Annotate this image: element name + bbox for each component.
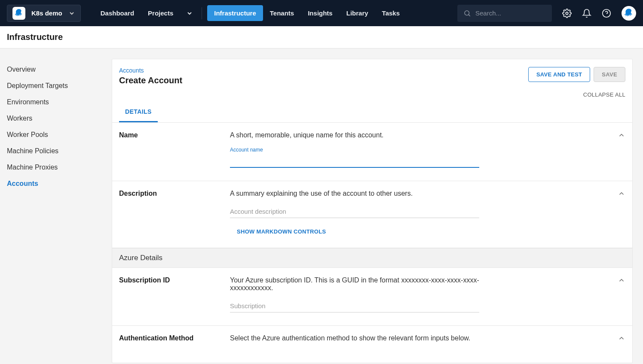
sidebar-item-deployment-targets[interactable]: Deployment Targets <box>7 78 112 94</box>
nav-tenants[interactable]: Tenants <box>263 5 301 21</box>
show-markdown-controls-link[interactable]: SHOW MARKDOWN CONTROLS <box>230 228 326 235</box>
chevron-up-icon[interactable] <box>618 190 625 197</box>
sidebar-item-machine-policies[interactable]: Machine Policies <box>7 143 112 159</box>
page-title: Infrastructure <box>7 32 636 42</box>
svg-line-1 <box>468 15 470 16</box>
row-name-desc: A short, memorable, unique name for this… <box>230 131 505 139</box>
form-card: Accounts Create Account SAVE AND TEST SA… <box>112 59 633 363</box>
section-title: Create Account <box>119 76 182 85</box>
primary-nav: Dashboard Projects Infrastructure Tenant… <box>94 5 407 21</box>
azure-details-header: Azure Details <box>112 248 632 268</box>
account-description-input[interactable] <box>230 205 479 218</box>
help-icon[interactable] <box>602 9 611 18</box>
nav-infrastructure[interactable]: Infrastructure <box>207 5 263 21</box>
row-subscription-label: Subscription ID <box>119 276 230 312</box>
sidebar-item-accounts[interactable]: Accounts <box>7 176 112 192</box>
global-search[interactable] <box>457 5 552 22</box>
svg-point-2 <box>566 12 568 15</box>
bell-icon[interactable] <box>582 9 591 18</box>
row-name: Name A short, memorable, unique name for… <box>112 123 632 181</box>
sidebar: Overview Deployment Targets Environments… <box>0 49 112 364</box>
nav-tasks[interactable]: Tasks <box>375 5 407 21</box>
space-selector[interactable]: K8s demo <box>7 5 81 22</box>
tab-details[interactable]: DETAILS <box>119 102 158 122</box>
row-name-label: Name <box>119 131 230 168</box>
chevron-up-icon[interactable] <box>618 131 625 139</box>
chevron-down-icon <box>68 10 75 17</box>
row-subscription: Subscription ID Your Azure subscription … <box>112 268 632 326</box>
row-auth-method: Authentication Method Select the Azure a… <box>112 326 632 363</box>
chevron-up-icon[interactable] <box>618 334 625 342</box>
sidebar-item-overview[interactable]: Overview <box>7 61 112 78</box>
nav-divider <box>202 7 202 19</box>
chevron-down-icon[interactable] <box>183 6 196 20</box>
octopus-logo <box>12 7 25 20</box>
sidebar-item-worker-pools[interactable]: Worker Pools <box>7 127 112 143</box>
row-auth-desc: Select the Azure authentication method t… <box>230 334 505 342</box>
space-name: K8s demo <box>31 9 62 17</box>
account-name-field-label: Account name <box>230 147 505 153</box>
nav-library[interactable]: Library <box>340 5 375 21</box>
collapse-all-link[interactable]: COLLAPSE ALL <box>112 89 632 102</box>
row-description: Description A summary explaining the use… <box>112 181 632 248</box>
nav-insights[interactable]: Insights <box>301 5 340 21</box>
nav-dashboard[interactable]: Dashboard <box>94 5 141 21</box>
top-navigation: K8s demo Dashboard Projects Infrastructu… <box>0 0 643 26</box>
sidebar-item-machine-proxies[interactable]: Machine Proxies <box>7 159 112 176</box>
subscription-input[interactable] <box>230 300 479 312</box>
sidebar-item-workers[interactable]: Workers <box>7 110 112 127</box>
chevron-up-icon[interactable] <box>618 276 625 284</box>
search-icon <box>463 9 471 17</box>
save-button[interactable]: SAVE <box>594 67 625 82</box>
row-auth-label: Authentication Method <box>119 334 230 350</box>
user-avatar[interactable] <box>622 6 636 21</box>
row-description-desc: A summary explaining the use of the acco… <box>230 190 505 197</box>
gear-icon[interactable] <box>562 9 572 18</box>
page-header: Infrastructure <box>0 26 643 49</box>
save-and-test-button[interactable]: SAVE AND TEST <box>528 67 590 82</box>
nav-projects[interactable]: Projects <box>141 5 180 21</box>
row-description-label: Description <box>119 190 230 235</box>
search-input[interactable] <box>475 9 546 17</box>
tabs: DETAILS <box>112 102 632 123</box>
account-name-input[interactable] <box>230 155 479 168</box>
breadcrumb[interactable]: Accounts <box>119 67 182 74</box>
row-subscription-desc: Your Azure subscription ID. This is a GU… <box>230 276 505 292</box>
svg-point-0 <box>465 11 469 15</box>
sidebar-item-environments[interactable]: Environments <box>7 94 112 110</box>
